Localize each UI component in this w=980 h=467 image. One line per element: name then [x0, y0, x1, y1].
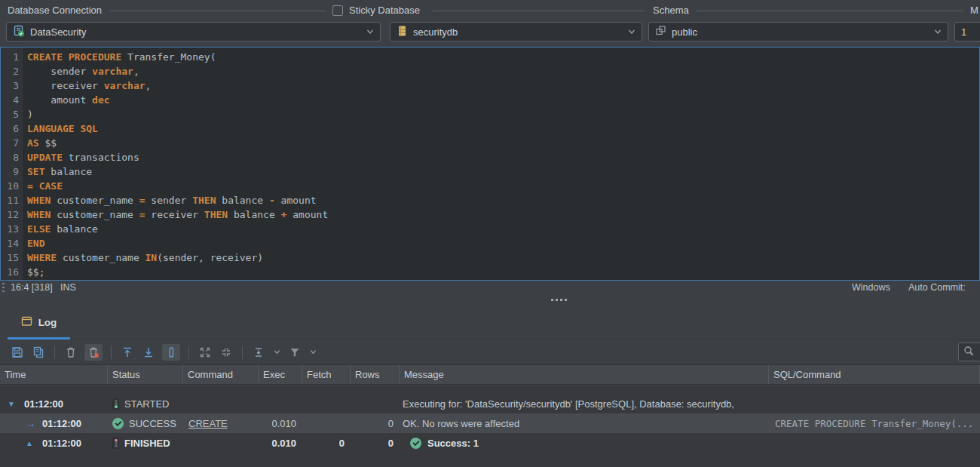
log-message: Success: 1: [427, 438, 479, 449]
log-message: Executing for: 'DataSecurity/securitydb'…: [403, 398, 734, 410]
chevron-down-icon[interactable]: [272, 344, 281, 361]
log-row[interactable]: ▲01:12:00FINISHED0.01000Success: 1: [0, 433, 980, 453]
column-header[interactable]: Message: [400, 365, 769, 384]
line-number: 6: [1, 121, 19, 136]
toolbar-separator: [188, 346, 189, 359]
chevron-down-icon: [366, 28, 374, 35]
collapse-all-button[interactable]: [219, 344, 234, 361]
code-line[interactable]: CREATE PROCEDURE Transfer_Money(: [27, 50, 979, 64]
expand-row-icon[interactable]: ▼: [8, 400, 20, 408]
collapse-row-icon[interactable]: ▲: [26, 439, 38, 447]
chevron-down-icon[interactable]: [308, 344, 317, 361]
log-sql-command: CREATE PROCEDURE Transfer_Money(...: [769, 418, 980, 429]
line-number: 11: [1, 193, 19, 207]
filter-button[interactable]: [287, 344, 302, 361]
line-number: 14: [1, 236, 19, 250]
column-header[interactable]: Rows: [351, 365, 400, 384]
database-select[interactable]: securitydb: [390, 22, 642, 41]
sticky-database-checkbox[interactable]: [332, 5, 343, 16]
line-number: 13: [1, 222, 19, 236]
column-header[interactable]: Exec: [259, 365, 302, 384]
log-search-input[interactable]: [958, 343, 980, 361]
code-line[interactable]: UPDATE transactions: [27, 150, 979, 164]
log-message: OK. No rows were affected: [403, 418, 519, 429]
code-line[interactable]: ELSE balance: [27, 222, 979, 236]
log-status: STARTED: [124, 398, 169, 410]
log-time: 01:12:00: [42, 438, 81, 449]
editor-code[interactable]: CREATE PROCEDURE Transfer_Money( sender …: [24, 48, 979, 280]
schema-select[interactable]: public: [648, 22, 948, 41]
log-exec: 0.010: [259, 438, 302, 449]
log-row[interactable]: ▼01:12:00STARTEDExecuting for: 'DataSecu…: [0, 394, 980, 413]
code-line[interactable]: WHERE customer_name IN(sender, receiver): [27, 250, 979, 265]
auto-commit-indicator[interactable]: Auto Commit:: [908, 282, 966, 293]
line-number: 5: [1, 107, 19, 121]
schema-label: Schema: [653, 5, 689, 16]
scroll-lock-button[interactable]: [162, 344, 180, 361]
code-line[interactable]: END: [27, 236, 979, 250]
column-header[interactable]: Time: [0, 365, 108, 384]
tab-log[interactable]: Log: [8, 306, 70, 339]
database-icon: [397, 25, 408, 39]
code-line[interactable]: AS $$: [27, 136, 979, 150]
code-line[interactable]: [27, 279, 979, 280]
line-number: 2: [1, 64, 19, 78]
line-number: 1: [1, 50, 19, 64]
splitter-handle-icon[interactable]: [551, 299, 567, 301]
connection-value: DataSecurity: [30, 26, 86, 38]
log-rows: 0: [351, 438, 400, 449]
success-check-icon: [112, 418, 124, 429]
sql-editor[interactable]: 1234567891011121314151617 CREATE PROCEDU…: [0, 47, 980, 281]
line-number: 4: [1, 93, 19, 107]
scroll-to-top-button[interactable]: [120, 344, 135, 361]
panel-splitter[interactable]: [0, 294, 980, 306]
log-icon: [21, 315, 32, 330]
log-table-header: TimeStatusCommandExecFetchRowsMessageSQL…: [0, 364, 980, 385]
copy-button[interactable]: [31, 344, 46, 361]
connection-select[interactable]: DataSecurity: [6, 22, 381, 41]
group-divider: [433, 11, 645, 11]
code-line[interactable]: LANGUAGE SQL: [27, 121, 979, 136]
drag-handle-icon[interactable]: [2, 283, 5, 293]
delete-button[interactable]: [63, 344, 78, 361]
toolbar-separator: [54, 346, 55, 359]
save-log-button[interactable]: [10, 344, 25, 361]
line-number: 8: [1, 150, 19, 164]
column-header[interactable]: Fetch: [302, 365, 351, 384]
column-header[interactable]: Status: [108, 365, 183, 384]
code-line[interactable]: receiver varchar,: [27, 78, 979, 93]
code-line[interactable]: ): [27, 107, 979, 121]
log-table-body: ▼01:12:00STARTEDExecuting for: 'DataSecu…: [0, 386, 980, 467]
column-header[interactable]: Command: [183, 365, 259, 384]
code-line[interactable]: amount dec: [27, 93, 979, 107]
max-results-field[interactable]: 1: [954, 22, 980, 41]
line-number: 16: [1, 265, 19, 279]
progress-finished-icon: [112, 438, 119, 449]
insert-mode-indicator[interactable]: INS: [60, 282, 76, 293]
code-line[interactable]: SET balance: [27, 164, 979, 179]
code-line[interactable]: sender varchar,: [27, 64, 979, 78]
group-divider: [110, 11, 326, 11]
code-line[interactable]: WHEN customer_name = receiver THEN balan…: [27, 207, 979, 222]
arrow-right-icon[interactable]: →: [26, 418, 38, 429]
line-endings-indicator[interactable]: Windows: [852, 282, 890, 293]
scroll-to-bottom-button[interactable]: [141, 344, 156, 361]
code-line[interactable]: WHEN customer_name = sender THEN balance…: [27, 193, 979, 207]
code-line[interactable]: = CASE: [27, 179, 979, 193]
log-status: SUCCESS: [129, 418, 176, 429]
column-header[interactable]: SQL/Command: [769, 365, 980, 384]
caret-position[interactable]: 16:4 [318]: [11, 282, 53, 293]
line-number: 7: [1, 136, 19, 150]
group-divider: [697, 11, 963, 11]
log-time: 01:12:00: [24, 398, 63, 410]
expand-all-button[interactable]: [198, 344, 213, 361]
delete-all-button[interactable]: [84, 344, 103, 361]
tab-log-label: Log: [38, 317, 57, 328]
progress-started-icon: [112, 398, 119, 410]
command-link[interactable]: CREATE: [188, 418, 228, 429]
schema-icon: [655, 25, 666, 38]
log-row[interactable]: →01:12:00SUCCESSCREATE0.0100OK. No rows …: [0, 413, 980, 433]
time-grouping-button[interactable]: [251, 344, 266, 361]
log-tab-bar: Log: [0, 306, 980, 339]
code-line[interactable]: $$;: [27, 265, 979, 279]
